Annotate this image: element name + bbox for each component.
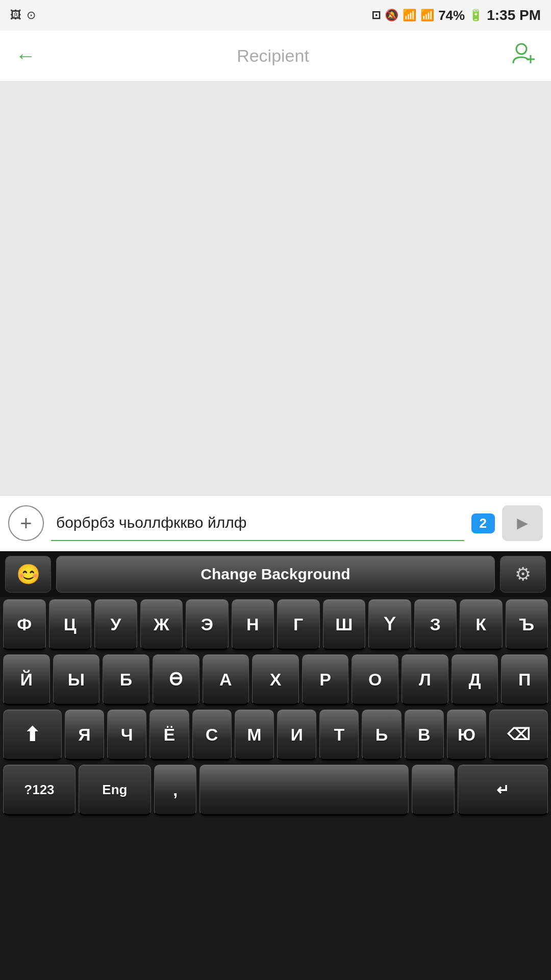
language-key[interactable]: Eng bbox=[79, 765, 151, 816]
key-н[interactable]: Н bbox=[232, 599, 274, 650]
key-ы[interactable]: Ы bbox=[53, 654, 100, 705]
recipient-input[interactable]: Recipient bbox=[36, 46, 510, 66]
emoji-button[interactable]: 😊 bbox=[5, 556, 51, 593]
svg-point-0 bbox=[516, 44, 527, 54]
key-а[interactable]: А bbox=[203, 654, 249, 705]
key-ъ[interactable]: Ъ bbox=[506, 599, 548, 650]
key-ю[interactable]: Ю bbox=[447, 709, 486, 761]
add-contact-icon bbox=[510, 41, 536, 66]
key-ё[interactable]: Ё bbox=[149, 709, 189, 761]
key-б[interactable]: Б bbox=[103, 654, 149, 705]
key-ц[interactable]: Ц bbox=[49, 599, 92, 650]
key-ж[interactable]: Ж bbox=[140, 599, 183, 650]
image-icon: 🖼 bbox=[10, 9, 21, 22]
message-area bbox=[0, 82, 551, 495]
vibrate-icon: 🔕 bbox=[385, 9, 398, 22]
shift-key[interactable]: ⬆ bbox=[3, 709, 62, 761]
key-и[interactable]: И bbox=[277, 709, 316, 761]
settings-icon: ⚙ bbox=[515, 564, 531, 585]
key-э[interactable]: Э bbox=[186, 599, 229, 650]
key-ф[interactable]: Ф bbox=[3, 599, 46, 650]
keyboard-row-1: Ф Ц У Ж Э Н Г Ш Ү З К Ъ bbox=[0, 597, 551, 652]
circle-icon: ⊙ bbox=[27, 9, 36, 22]
status-left: 🖼 ⊙ bbox=[10, 9, 36, 22]
key-ө[interactable]: Ө bbox=[153, 654, 199, 705]
key-ч[interactable]: Ч bbox=[107, 709, 146, 761]
settings-button[interactable]: ⚙ bbox=[500, 556, 546, 593]
battery-icon: 🔋 bbox=[469, 9, 483, 22]
key-ш[interactable]: Ш bbox=[323, 599, 366, 650]
input-row: + 2 ► bbox=[0, 495, 551, 551]
comma-key[interactable]: , bbox=[154, 765, 197, 816]
change-bg-label: Change Background bbox=[201, 566, 350, 583]
add-media-button[interactable]: + bbox=[8, 505, 44, 541]
signal2-icon: 📶 bbox=[420, 9, 434, 22]
period-key[interactable] bbox=[412, 765, 455, 816]
key-т[interactable]: Т bbox=[319, 709, 359, 761]
key-ү[interactable]: Ү bbox=[368, 599, 411, 650]
key-р[interactable]: Р bbox=[302, 654, 349, 705]
key-д[interactable]: Д bbox=[452, 654, 498, 705]
key-ь[interactable]: Ь bbox=[362, 709, 401, 761]
key-к[interactable]: К bbox=[460, 599, 503, 650]
key-у[interactable]: У bbox=[94, 599, 137, 650]
send-icon: ► bbox=[513, 512, 532, 534]
cast-icon: ⊡ bbox=[371, 9, 381, 22]
status-right: ⊡ 🔕 📶 📶 74% 🔋 1:35 PM bbox=[371, 7, 541, 23]
send-button[interactable]: ► bbox=[502, 505, 543, 541]
back-button[interactable]: ← bbox=[15, 44, 36, 67]
key-м[interactable]: М bbox=[235, 709, 274, 761]
keyboard-area: 😊 Change Background ⚙ Ф Ц У Ж Э Н Г Ш Ү … bbox=[0, 551, 551, 980]
key-в[interactable]: В bbox=[405, 709, 444, 761]
key-п[interactable]: П bbox=[501, 654, 548, 705]
keyboard-row-2: Й Ы Б Ө А Х Р О Л Д П bbox=[0, 652, 551, 707]
key-с[interactable]: С bbox=[192, 709, 232, 761]
message-input[interactable] bbox=[51, 505, 464, 541]
key-я[interactable]: Я bbox=[65, 709, 104, 761]
add-contact-button[interactable] bbox=[510, 41, 536, 71]
numbers-key[interactable]: ?123 bbox=[3, 765, 76, 816]
key-о[interactable]: О bbox=[352, 654, 398, 705]
char-count-badge: 2 bbox=[471, 513, 495, 533]
nav-bar: ← Recipient bbox=[0, 31, 551, 82]
key-л[interactable]: Л bbox=[402, 654, 448, 705]
battery-percent: 74% bbox=[438, 8, 465, 23]
add-icon: + bbox=[20, 512, 32, 535]
key-й[interactable]: Й bbox=[3, 654, 50, 705]
keyboard-row-3: ⬆ Я Ч Ё С М И Т Ь В Ю ⌫ bbox=[0, 707, 551, 763]
keyboard-bottom-row: ?123 Eng , ↵ bbox=[0, 763, 551, 818]
signal-icon: 📶 bbox=[403, 9, 416, 22]
emoji-icon: 😊 bbox=[16, 563, 40, 585]
backspace-key[interactable]: ⌫ bbox=[489, 709, 548, 761]
keyboard-top-bar: 😊 Change Background ⚙ bbox=[0, 551, 551, 597]
space-key[interactable] bbox=[199, 765, 409, 816]
key-х[interactable]: Х bbox=[252, 654, 299, 705]
key-г[interactable]: Г bbox=[277, 599, 320, 650]
enter-key[interactable]: ↵ bbox=[458, 765, 548, 816]
key-з[interactable]: З bbox=[414, 599, 457, 650]
status-bar: 🖼 ⊙ ⊡ 🔕 📶 📶 74% 🔋 1:35 PM bbox=[0, 0, 551, 31]
change-background-button[interactable]: Change Background bbox=[56, 556, 495, 593]
clock: 1:35 PM bbox=[487, 7, 541, 23]
